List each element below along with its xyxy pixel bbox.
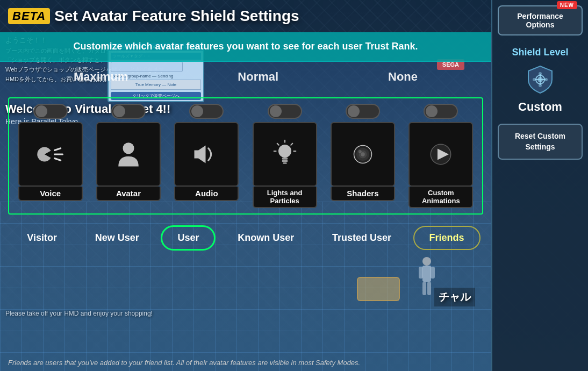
- bottom-description: Friends are users that you've added to y…: [0, 354, 491, 371]
- feature-lights-particles: Lights and Particles: [248, 104, 321, 208]
- svg-point-11: [123, 142, 134, 154]
- feature-label-shaders: Shaders: [331, 187, 395, 201]
- shield-icon: [524, 63, 556, 96]
- svg-point-33: [539, 72, 542, 75]
- feature-label-custom-animations: Custom Animations: [408, 187, 473, 208]
- svg-point-13: [278, 145, 291, 158]
- feature-icon-avatar[interactable]: [96, 122, 161, 187]
- customize-banner: Customize which avatar features you want…: [0, 32, 491, 62]
- svg-rect-16: [283, 162, 287, 164]
- svg-point-36: [544, 78, 548, 81]
- trust-tabs: Visitor New User User Known User Trusted…: [8, 220, 483, 253]
- feature-icon-shaders[interactable]: [331, 122, 395, 187]
- svg-point-32: [537, 77, 543, 82]
- perf-options-label: Performance Options: [517, 12, 563, 29]
- right-panel: NEW Performance Options Shield Level Cus…: [491, 0, 588, 371]
- svg-line-20: [277, 144, 278, 145]
- reset-custom-settings-button[interactable]: Reset Custom Settings: [498, 124, 583, 160]
- tab-user[interactable]: User: [161, 225, 216, 251]
- svg-line-18: [291, 144, 292, 145]
- feature-icon-custom-animations[interactable]: [408, 122, 473, 187]
- feature-label-avatar: Avatar: [96, 187, 161, 201]
- toggle-voice[interactable]: [33, 104, 68, 119]
- tab-trusted-user[interactable]: Trusted User: [316, 226, 407, 250]
- feature-audio: Audio: [170, 104, 243, 208]
- banner-text: Customize which avatar features you want…: [73, 41, 418, 52]
- svg-line-8: [54, 148, 60, 151]
- shield-level-label: Shield Level: [512, 47, 568, 58]
- trust-level-maximum[interactable]: Maximum: [63, 67, 139, 87]
- feature-voice: Voice: [13, 104, 87, 208]
- top-bar: BETA Set Avatar Feature Shield Settings: [0, 0, 491, 32]
- svg-point-26: [358, 150, 362, 153]
- trust-level-none[interactable]: None: [377, 67, 428, 87]
- feature-shaders: Shaders: [326, 104, 399, 208]
- features-container: Voice Avatar: [8, 97, 483, 215]
- performance-options-button[interactable]: NEW Performance Options: [498, 5, 583, 35]
- toggle-custom-animations[interactable]: [424, 104, 458, 119]
- svg-rect-14: [282, 158, 288, 160]
- feature-label-voice: Voice: [18, 187, 83, 201]
- feature-icon-audio[interactable]: [174, 122, 239, 187]
- trust-level-row: Maximum Normal None: [8, 67, 483, 87]
- feature-label-audio: Audio: [174, 187, 239, 201]
- tab-visitor[interactable]: Visitor: [11, 226, 73, 250]
- toggle-avatar[interactable]: [111, 104, 146, 119]
- svg-point-35: [533, 78, 536, 81]
- feature-label-lights-particles: Lights and Particles: [253, 187, 317, 208]
- tab-friends[interactable]: Friends: [413, 226, 481, 250]
- feature-icon-voice[interactable]: [18, 122, 83, 187]
- beta-badge: BETA: [8, 8, 50, 24]
- toggle-audio[interactable]: [189, 104, 224, 119]
- svg-point-25: [361, 152, 365, 156]
- tab-known-user[interactable]: Known User: [221, 226, 310, 250]
- main-content: Maximum Normal None Vo: [0, 62, 491, 354]
- feature-avatar: Avatar: [91, 104, 165, 208]
- feature-icon-lights-particles[interactable]: [253, 122, 317, 187]
- new-badge: NEW: [557, 1, 577, 9]
- toggle-shaders[interactable]: [346, 104, 380, 119]
- svg-point-34: [539, 84, 542, 87]
- svg-rect-15: [282, 160, 288, 162]
- feature-custom-animations: Custom Animations: [404, 104, 478, 208]
- toggle-lights-particles[interactable]: [268, 104, 302, 119]
- custom-label: Custom: [518, 100, 562, 114]
- svg-line-10: [54, 159, 60, 161]
- page-title: Set Avatar Feature Shield Settings: [54, 8, 483, 25]
- svg-marker-12: [195, 146, 206, 163]
- tab-new-user[interactable]: New User: [79, 226, 155, 250]
- trust-level-normal[interactable]: Normal: [227, 67, 289, 87]
